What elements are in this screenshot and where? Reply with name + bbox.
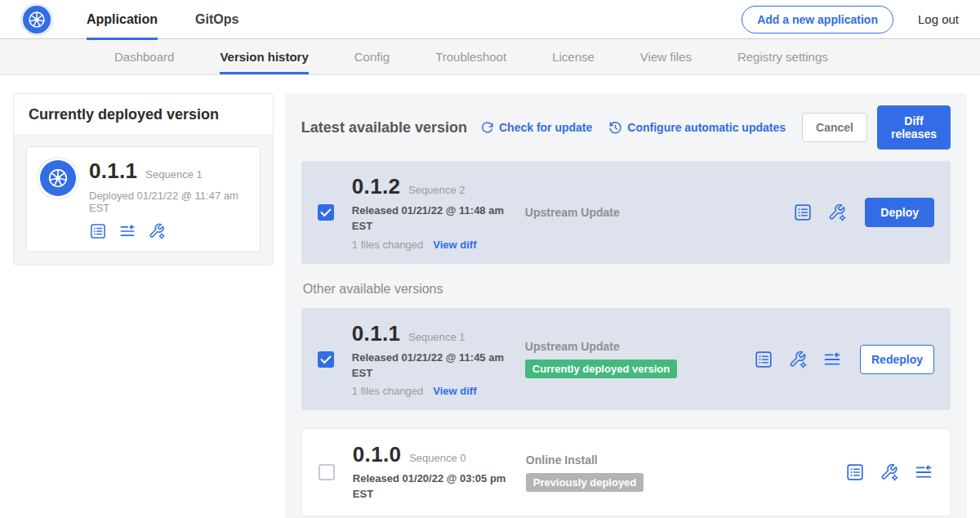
version-row: 0.1.2 Sequence 2 Released 01/21/22 @ 11:… xyxy=(301,161,951,264)
version-number: 0.1.2 xyxy=(352,174,400,199)
redeploy-button[interactable]: Redeploy xyxy=(860,345,934,374)
version-source-label: Online Install xyxy=(526,453,845,467)
version-number: 0.1.0 xyxy=(353,442,401,467)
version-checkbox[interactable] xyxy=(318,351,334,368)
nav-tab-application[interactable]: Application xyxy=(87,0,158,39)
tab-dashboard[interactable]: Dashboard xyxy=(114,39,174,74)
sequence-label: Sequence 1 xyxy=(408,331,465,343)
edit-config-icon[interactable] xyxy=(788,350,808,369)
files-changed-label: 1 files changed xyxy=(352,385,423,397)
released-timestamp: Released 01/20/22 @ 03:05 pm EST xyxy=(353,471,510,502)
deployed-panel-title: Currently deployed version xyxy=(14,94,273,134)
view-diff-link[interactable]: View diff xyxy=(433,385,476,397)
tab-version-history[interactable]: Version history xyxy=(220,39,308,74)
edit-config-icon[interactable] xyxy=(148,222,166,240)
release-notes-icon[interactable] xyxy=(754,350,773,369)
tab-config[interactable]: Config xyxy=(354,39,390,74)
sequence-label: Sequence 0 xyxy=(409,452,466,464)
cancel-button[interactable]: Cancel xyxy=(802,113,867,142)
version-checkbox[interactable] xyxy=(318,204,334,221)
tab-license[interactable]: License xyxy=(552,39,595,74)
released-timestamp: Released 01/21/22 @ 11:48 am EST xyxy=(352,203,509,234)
main-content: Currently deployed version 0.1.1 Sequenc… xyxy=(0,75,980,518)
tab-registry-settings[interactable]: Registry settings xyxy=(737,39,828,74)
deployed-version-number: 0.1.1 xyxy=(89,159,137,184)
view-diff-link[interactable]: View diff xyxy=(433,239,476,251)
previously-deployed-badge: Previously deployed xyxy=(526,473,644,492)
release-notes-icon[interactable] xyxy=(845,462,865,482)
version-source-label: Upstream Update xyxy=(525,340,754,353)
files-changed-label: 1 files changed xyxy=(352,239,423,251)
deploy-button[interactable]: Deploy xyxy=(865,198,934,227)
deployed-timestamp: Deployed 01/21/22 @ 11:47 am EST xyxy=(89,190,247,214)
kubernetes-logo-icon xyxy=(23,6,51,33)
deployed-status-badge: Currently deployed version xyxy=(525,359,677,378)
configure-updates-link[interactable]: Configure automatic updates xyxy=(608,121,786,135)
deployed-version-card: 0.1.1 Sequence 1 Deployed 01/21/22 @ 11:… xyxy=(26,146,261,252)
logout-link[interactable]: Log out xyxy=(918,12,959,26)
release-notes-icon[interactable] xyxy=(89,222,107,240)
app-subnav: Dashboard Version history Config Trouble… xyxy=(0,39,980,75)
latest-version-title: Latest available version xyxy=(301,119,467,136)
version-checkbox[interactable] xyxy=(318,464,335,480)
diff-releases-button[interactable]: Diff releases xyxy=(877,105,951,150)
edit-config-icon[interactable] xyxy=(880,462,899,482)
deploy-logs-icon[interactable] xyxy=(914,462,933,482)
other-versions-title: Other available versions xyxy=(303,282,949,297)
deploy-logs-icon[interactable] xyxy=(118,222,136,240)
schedule-update-icon xyxy=(608,121,622,135)
top-navbar: Application GitOps Add a new application… xyxy=(0,0,980,39)
deployed-panel-body: 0.1.1 Sequence 1 Deployed 01/21/22 @ 11:… xyxy=(14,134,273,265)
deployed-version-panel: Currently deployed version 0.1.1 Sequenc… xyxy=(13,93,274,266)
release-notes-icon[interactable] xyxy=(793,203,813,222)
version-row: 0.1.0 Sequence 0 Released 01/20/22 @ 03:… xyxy=(301,428,951,516)
edit-config-icon[interactable] xyxy=(827,203,847,222)
nav-tab-gitops[interactable]: GitOps xyxy=(195,0,238,39)
deploy-logs-icon[interactable] xyxy=(822,350,842,369)
version-source-label: Upstream Update xyxy=(525,206,793,219)
available-versions-header: Latest available version Check for updat… xyxy=(301,105,951,150)
tab-view-files[interactable]: View files xyxy=(640,39,692,74)
available-versions-panel: Latest available version Check for updat… xyxy=(285,93,967,518)
check-for-update-link[interactable]: Check for update xyxy=(480,121,592,135)
released-timestamp: Released 01/21/22 @ 11:45 am EST xyxy=(352,351,509,382)
check-update-icon xyxy=(480,121,494,135)
version-number: 0.1.1 xyxy=(352,321,400,346)
deployed-sequence-label: Sequence 1 xyxy=(145,168,202,181)
sequence-label: Sequence 2 xyxy=(408,184,465,196)
app-logo-icon xyxy=(40,160,76,196)
version-row: 0.1.1 Sequence 1 Released 01/21/22 @ 11:… xyxy=(301,308,951,411)
add-application-button[interactable]: Add a new application xyxy=(742,6,893,33)
tab-troubleshoot[interactable]: Troubleshoot xyxy=(435,39,506,74)
